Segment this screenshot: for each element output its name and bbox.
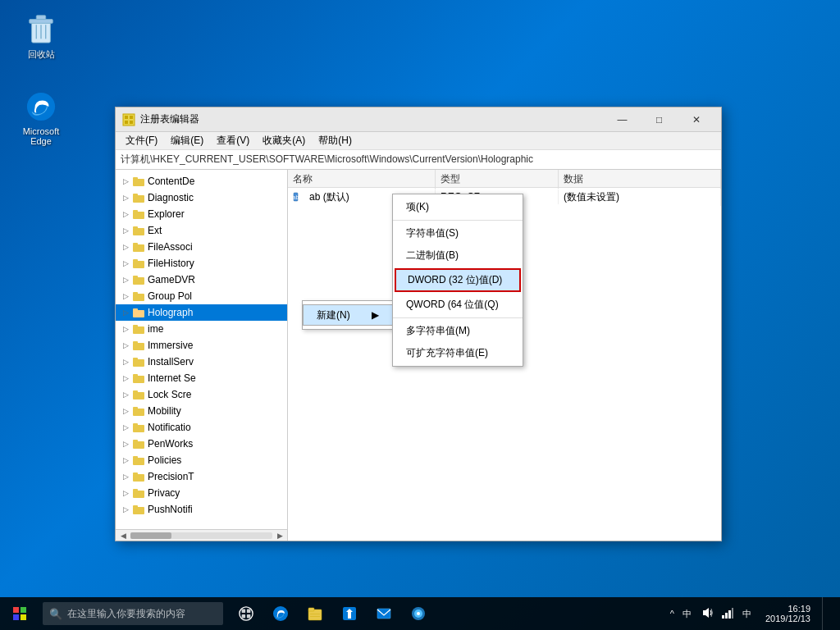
taskbar-icon-group: [230, 597, 435, 630]
mail-taskbar-icon[interactable]: [368, 597, 400, 630]
tree-item-diagnostic[interactable]: ▷ Diagnostic: [116, 189, 287, 206]
menu-edit[interactable]: 编辑(E): [164, 132, 210, 149]
taskview-button[interactable]: [230, 597, 262, 630]
tree-item-precisiont[interactable]: ▷ PrecisionT: [116, 468, 287, 485]
ctx-item-dword[interactable]: DWORD (32 位)值(D): [395, 268, 521, 292]
close-button[interactable]: ✕: [678, 107, 714, 132]
new-submenu-trigger[interactable]: 新建(N) ▶: [303, 304, 393, 326]
tree-item-mobility[interactable]: ▷ Mobility: [116, 403, 287, 419]
taskbar-search[interactable]: 🔍 在这里输入你要搜索的内容: [43, 602, 223, 625]
taskbar-clock[interactable]: 16:19 2019/12/13: [759, 604, 817, 623]
folder-icon: [132, 307, 145, 318]
tree-item-grouppol[interactable]: ▷ Group Pol: [116, 288, 287, 304]
ctx-item-key[interactable]: 项(K): [393, 196, 523, 218]
tree-item-privacy[interactable]: ▷ Privacy: [116, 485, 287, 501]
tree-item-gamedvr[interactable]: ▷ GameDVR: [116, 272, 287, 288]
tree-item-filehistory[interactable]: ▷ FileHistory: [116, 255, 287, 272]
explorer-taskbar-icon[interactable]: [299, 597, 331, 630]
edge-label: Microsoft Edge: [23, 126, 60, 146]
tree-label: Explorer: [148, 208, 185, 220]
tree-item-pushnotifi[interactable]: ▷ PushNotifi: [116, 501, 287, 518]
svg-rect-77: [728, 610, 731, 619]
tree-item-ext[interactable]: ▷ Ext: [116, 222, 287, 239]
expand-icon: ▷: [119, 276, 132, 284]
scroll-right[interactable]: ▶: [272, 532, 287, 540]
ctx-item-qword[interactable]: QWORD (64 位值(Q): [393, 294, 523, 316]
tree-item-lockscre[interactable]: ▷ Lock Scre: [116, 386, 287, 403]
tray-network[interactable]: [719, 606, 737, 621]
svg-rect-30: [133, 326, 144, 334]
tree-item-internetse[interactable]: ▷ Internet Se: [116, 370, 287, 386]
svg-rect-51: [133, 489, 138, 491]
ctx-item-binary[interactable]: 二进制值(B): [393, 244, 523, 267]
svg-rect-48: [133, 474, 144, 482]
svg-rect-61: [242, 609, 246, 614]
menu-favorites[interactable]: 收藏夹(A): [256, 132, 312, 149]
menu-file[interactable]: 文件(F): [119, 132, 164, 149]
column-headers: 名称 类型 数据: [288, 170, 721, 188]
svg-rect-20: [133, 244, 144, 252]
tree-label: Internet Se: [148, 372, 196, 384]
svg-rect-34: [133, 359, 144, 367]
context-menu: 新建(N) ▶: [302, 300, 394, 330]
edge-taskbar-icon[interactable]: [264, 597, 297, 630]
svg-rect-16: [133, 212, 144, 219]
svg-rect-47: [133, 456, 138, 459]
svg-rect-28: [133, 310, 144, 317]
tray-volume[interactable]: [697, 606, 715, 621]
tree-item-penworks[interactable]: ▷ PenWorks: [116, 436, 287, 452]
svg-rect-41: [133, 407, 138, 409]
store-taskbar-icon[interactable]: [333, 597, 366, 630]
scroll-left[interactable]: ◀: [116, 532, 130, 540]
minimize-button[interactable]: —: [604, 107, 641, 132]
tree-item-notificatio[interactable]: ▷ Notificatio: [116, 419, 287, 436]
edge-desktop-icon[interactable]: Microsoft Edge: [12, 90, 70, 146]
tree-item-immersive[interactable]: ▷ Immersive: [116, 337, 287, 354]
ctx-item-multi[interactable]: 多字符串值(M): [393, 320, 523, 342]
expand-icon: ▷: [119, 226, 132, 235]
cortana-taskbar-icon[interactable]: [402, 597, 435, 630]
svg-rect-52: [133, 507, 144, 514]
tray-expand[interactable]: ^: [668, 609, 677, 619]
tray-keyboard[interactable]: 中: [680, 608, 694, 620]
menu-view[interactable]: 查看(V): [210, 132, 256, 149]
folder-icon: [132, 258, 145, 269]
ctx-item-expand[interactable]: 可扩充字符串值(E): [393, 342, 523, 364]
tree-item-installserv[interactable]: ▷ InstallServ: [116, 354, 287, 370]
show-desktop-btn[interactable]: [822, 597, 833, 630]
svg-rect-24: [133, 277, 144, 285]
svg-rect-78: [732, 608, 733, 619]
folder-icon: [132, 323, 145, 335]
folder-icon: [132, 176, 145, 187]
folder-icon: [132, 340, 145, 351]
tray-ime[interactable]: 中: [740, 608, 754, 620]
folder-icon: [132, 241, 145, 253]
menu-help[interactable]: 帮助(H): [312, 132, 358, 149]
tree-label: FileHistory: [148, 258, 194, 269]
svg-rect-46: [133, 458, 144, 465]
svg-point-6: [27, 93, 55, 121]
svg-rect-11: [130, 121, 133, 124]
tree-scrollbar[interactable]: ◀ ▶: [116, 529, 287, 541]
recycle-bin-icon[interactable]: 回收站: [12, 12, 70, 61]
system-tray: ^ 中 中: [668, 606, 754, 621]
tree-label: FileAssoci: [148, 241, 193, 253]
tree-item-explorer[interactable]: ▷ Explorer: [116, 206, 287, 222]
tree-item-contentde[interactable]: ▷ ContentDe: [116, 173, 287, 189]
scroll-thumb[interactable]: [130, 532, 171, 539]
tree-item-fileassoci[interactable]: ▷ FileAssoci: [116, 239, 287, 255]
tree-label: Mobility: [148, 405, 181, 417]
expand-icon: ▷: [119, 489, 132, 497]
start-button[interactable]: [0, 597, 39, 630]
expand-icon: ▷: [119, 374, 132, 382]
ctx-item-string[interactable]: 字符串值(S): [393, 222, 523, 244]
tree-item-policies[interactable]: ▷ Policies: [116, 452, 287, 468]
tree-item-holographic[interactable]: ▷ Holograph: [116, 304, 287, 321]
title-bar: 注册表编辑器 — □ ✕: [116, 107, 721, 132]
svg-rect-10: [125, 121, 128, 124]
new-submenu: 项(K) 字符串值(S) 二进制值(B) DWORD (32 位)值(D) QW…: [392, 194, 523, 367]
svg-point-74: [417, 612, 420, 615]
svg-rect-27: [133, 292, 138, 294]
tree-item-ime[interactable]: ▷ ime: [116, 321, 287, 337]
maximize-button[interactable]: □: [641, 107, 678, 132]
